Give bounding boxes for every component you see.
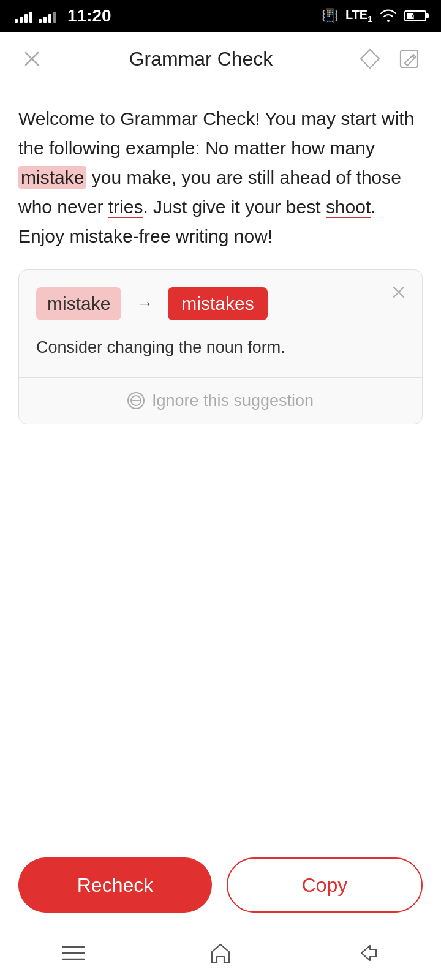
page-title: Grammar Check bbox=[45, 48, 356, 70]
signal-bars-2 bbox=[39, 9, 56, 23]
status-bar: 11:20 📳 LTE1 43 bbox=[0, 0, 441, 32]
copy-button[interactable]: Copy bbox=[227, 858, 423, 913]
ignore-suggestion-button[interactable]: Ignore this suggestion bbox=[36, 378, 405, 424]
main-content: Welcome to Grammar Check! You may start … bbox=[0, 86, 441, 635]
eraser-button[interactable] bbox=[356, 45, 383, 72]
app-header: Grammar Check bbox=[0, 32, 441, 86]
lte-label: LTE1 bbox=[345, 8, 372, 24]
correction-new[interactable]: mistakes bbox=[168, 287, 267, 320]
recheck-button[interactable]: Recheck bbox=[18, 858, 212, 913]
vibrate-icon: 📳 bbox=[322, 8, 338, 24]
nav-back-button[interactable] bbox=[349, 935, 386, 971]
close-button[interactable] bbox=[18, 45, 45, 72]
wifi-icon bbox=[380, 9, 397, 23]
text-part1: Welcome to Grammar Check! You may start … bbox=[18, 108, 414, 158]
correction-arrow: → bbox=[136, 294, 153, 314]
shoot-underline[interactable]: shoot bbox=[326, 197, 371, 218]
spacer bbox=[0, 635, 441, 845]
suggestion-correction: mistake → mistakes bbox=[36, 287, 405, 320]
nav-menu-button[interactable] bbox=[55, 935, 92, 971]
battery-level: 43 bbox=[405, 12, 425, 20]
bottom-buttons: Recheck Copy bbox=[0, 845, 441, 925]
text-part3: . Just give it your best bbox=[143, 197, 325, 217]
correction-original[interactable]: mistake bbox=[36, 287, 121, 320]
tries-underline[interactable]: tries bbox=[108, 197, 143, 218]
suggestion-card: mistake → mistakes Consider changing the… bbox=[18, 270, 423, 424]
mistake-highlight[interactable]: mistake bbox=[18, 166, 86, 189]
status-right: 📳 LTE1 43 bbox=[322, 8, 426, 24]
header-actions bbox=[356, 45, 423, 72]
suggestion-close-button[interactable] bbox=[388, 281, 410, 303]
sample-text: Welcome to Grammar Check! You may start … bbox=[18, 104, 423, 251]
nav-home-button[interactable] bbox=[202, 935, 239, 971]
signal-bars-1 bbox=[15, 9, 32, 23]
edit-button[interactable] bbox=[396, 45, 423, 72]
suggestion-description: Consider changing the noun form. bbox=[36, 335, 405, 360]
battery-icon: 43 bbox=[404, 10, 426, 21]
status-left: 11:20 bbox=[15, 6, 111, 26]
status-time: 11:20 bbox=[67, 6, 111, 26]
nav-bar bbox=[0, 925, 441, 980]
ignore-icon bbox=[127, 392, 145, 409]
ignore-text: Ignore this suggestion bbox=[152, 391, 314, 410]
